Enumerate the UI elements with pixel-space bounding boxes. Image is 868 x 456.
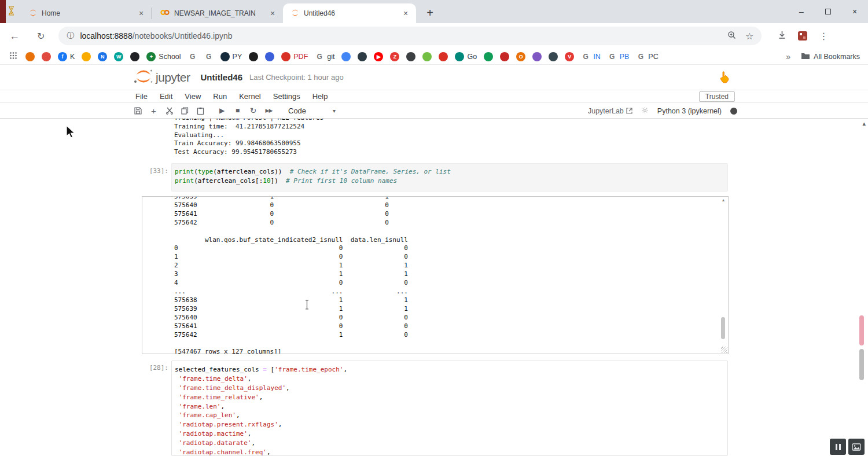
url-host: localhost:8888 bbox=[80, 31, 132, 41]
tab-home[interactable]: Home × bbox=[21, 3, 152, 23]
window-minimize-button[interactable]: – bbox=[788, 0, 815, 23]
cell-output-area[interactable]: 575639 1 1 575640 0 0 575641 0 0 575642 … bbox=[142, 196, 729, 354]
cell-type-dropdown[interactable]: Code bbox=[288, 106, 306, 115]
stop-kernel-icon[interactable]: ■ bbox=[233, 106, 242, 115]
add-cell-icon[interactable]: + bbox=[149, 106, 158, 116]
notebook-toolbar: + ▶ ■ ↻ ▶▶ Code ▾ JupyterLab Python 3 (i… bbox=[0, 103, 868, 119]
bookmark-item[interactable] bbox=[532, 52, 542, 61]
jupyter-brand-text[interactable]: jupyter bbox=[156, 71, 190, 84]
bookmark-item[interactable]: GPC bbox=[636, 52, 658, 61]
bookmark-item[interactable]: PDF bbox=[281, 52, 308, 61]
bookmark-item[interactable]: O bbox=[516, 52, 525, 61]
folder-icon bbox=[801, 52, 810, 61]
save-icon[interactable] bbox=[134, 107, 142, 115]
bookmark-item[interactable]: ▶ bbox=[374, 52, 383, 61]
extension-icon[interactable] bbox=[798, 31, 807, 41]
bookmark-item[interactable] bbox=[406, 52, 415, 61]
bookmark-item[interactable] bbox=[42, 52, 51, 61]
download-icon[interactable] bbox=[778, 31, 786, 42]
bookmark-item[interactable]: +School bbox=[146, 52, 181, 61]
menu-settings[interactable]: Settings bbox=[273, 92, 300, 101]
checkpoint-text: Last Checkpoint: 1 hour ago bbox=[249, 73, 344, 82]
window-close-button[interactable]: × bbox=[841, 0, 868, 23]
menu-view[interactable]: View bbox=[185, 92, 201, 101]
bookmark-item[interactable] bbox=[484, 52, 493, 61]
output-scrollbar-thumb[interactable] bbox=[721, 317, 725, 339]
scroll-up-icon[interactable]: ▴ bbox=[720, 197, 727, 203]
bookmark-item[interactable]: W bbox=[114, 52, 123, 61]
bookmark-label: Go bbox=[467, 53, 477, 61]
tab-newsar-image-train[interactable]: NEWSAR_IMAGE_TRAIN × bbox=[152, 3, 283, 23]
bookmark-favicon bbox=[82, 52, 91, 61]
bookmark-item[interactable]: Z bbox=[390, 52, 399, 61]
output-scrollbar[interactable]: ▴ bbox=[720, 197, 727, 352]
chevron-down-icon[interactable]: ▾ bbox=[333, 108, 336, 114]
bookmark-item[interactable]: V bbox=[565, 52, 574, 61]
bookmark-item[interactable]: Ggit bbox=[315, 52, 334, 61]
back-button[interactable]: ← bbox=[9, 30, 20, 42]
bookmark-item[interactable]: PY bbox=[220, 52, 242, 61]
apps-grid-icon[interactable] bbox=[9, 52, 17, 62]
all-bookmarks-button[interactable]: All Bookmarks bbox=[801, 52, 860, 61]
restart-run-all-icon[interactable]: ▶▶ bbox=[264, 108, 273, 113]
bookmarks-overflow-icon[interactable]: » bbox=[786, 52, 790, 61]
restart-kernel-icon[interactable]: ↻ bbox=[249, 106, 258, 115]
code-cell-28-input[interactable]: selected_features_cols = ['frame.time_ep… bbox=[171, 361, 728, 456]
image-icon bbox=[852, 443, 861, 451]
bookmark-item[interactable] bbox=[439, 52, 448, 61]
tab-close-icon[interactable]: × bbox=[401, 9, 410, 18]
code-cell-33-input[interactable]: print(type(afterclean_cols)) # Check if … bbox=[171, 163, 728, 192]
dataframe-output-text: 575639 1 1 575640 0 0 575641 0 0 575642 … bbox=[142, 196, 728, 354]
tab-untitled46[interactable]: Untitled46 × bbox=[283, 3, 416, 23]
bookmark-item[interactable] bbox=[130, 52, 139, 61]
menu-help[interactable]: Help bbox=[312, 92, 328, 101]
bookmark-label: PC bbox=[648, 53, 658, 61]
bookmark-item[interactable] bbox=[500, 52, 509, 61]
bookmark-item[interactable]: G bbox=[188, 52, 197, 61]
paste-cell-icon[interactable] bbox=[196, 107, 205, 115]
gear-icon[interactable] bbox=[641, 106, 649, 116]
bookmark-item[interactable]: GIN bbox=[581, 52, 601, 61]
reload-button[interactable]: ↻ bbox=[37, 31, 45, 42]
cut-cell-icon[interactable] bbox=[165, 106, 174, 115]
kernel-name[interactable]: Python 3 (ipykernel) bbox=[657, 107, 722, 115]
address-bar[interactable]: ⓘ localhost:8888/notebooks/Untitled46.ip… bbox=[58, 27, 762, 45]
browser-menu-icon[interactable]: ⋮ bbox=[819, 31, 828, 42]
copy-cell-icon[interactable] bbox=[181, 107, 189, 115]
menu-kernel[interactable]: Kernel bbox=[239, 92, 261, 101]
bookmark-item[interactable] bbox=[549, 52, 558, 61]
bookmark-item[interactable] bbox=[265, 52, 274, 61]
bookmark-item[interactable]: fK bbox=[58, 52, 75, 61]
bookmark-item[interactable]: N bbox=[98, 52, 107, 61]
bookmark-item[interactable] bbox=[25, 52, 35, 61]
window-maximize-button[interactable] bbox=[815, 0, 841, 23]
tab-close-icon[interactable]: × bbox=[268, 9, 277, 18]
page-scrollbar-thumb[interactable] bbox=[859, 349, 864, 380]
new-tab-button[interactable]: + bbox=[423, 6, 437, 20]
trusted-button[interactable]: Trusted bbox=[699, 91, 735, 102]
bookmark-item[interactable] bbox=[358, 52, 367, 61]
pause-button[interactable] bbox=[830, 439, 846, 455]
run-cell-icon[interactable]: ▶ bbox=[218, 106, 226, 115]
bookmark-item[interactable]: GPB bbox=[608, 52, 630, 61]
jupyterlab-link[interactable]: JupyterLab bbox=[588, 107, 632, 115]
zoom-icon[interactable] bbox=[727, 31, 736, 42]
menu-edit[interactable]: Edit bbox=[160, 92, 172, 101]
bookmark-item[interactable]: G bbox=[204, 52, 214, 61]
bookmark-item[interactable] bbox=[341, 52, 351, 61]
bookmark-star-icon[interactable]: ☆ bbox=[745, 31, 753, 42]
bookmark-favicon: G bbox=[581, 52, 590, 61]
output-resize-handle[interactable] bbox=[721, 347, 727, 353]
bookmark-item[interactable] bbox=[249, 52, 258, 61]
bookmark-item[interactable] bbox=[422, 52, 432, 61]
screenshot-button[interactable] bbox=[848, 439, 865, 455]
page-scroll-up-icon[interactable]: ▴ bbox=[862, 120, 866, 127]
bookmark-item[interactable]: Go bbox=[455, 52, 477, 61]
site-info-icon[interactable]: ⓘ bbox=[67, 31, 74, 41]
menu-run[interactable]: Run bbox=[213, 92, 227, 101]
bookmark-item[interactable] bbox=[82, 52, 91, 61]
scrollbar-marker[interactable] bbox=[859, 315, 864, 345]
tab-close-icon[interactable]: × bbox=[137, 9, 146, 18]
notebook-title[interactable]: Untitled46 bbox=[201, 72, 243, 82]
menu-file[interactable]: File bbox=[135, 92, 148, 101]
